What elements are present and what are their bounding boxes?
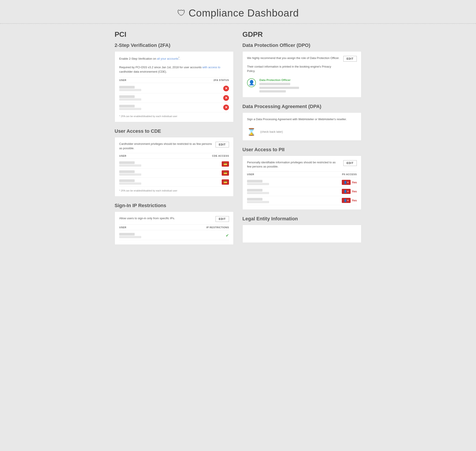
user-sub-blur (247, 192, 269, 194)
dpo-card-top: We highly recommend that you assign the … (247, 56, 357, 73)
pii-access-icon: 👤≡ (342, 198, 351, 203)
user-name-blur (119, 161, 135, 164)
pii-yes-label: Yes (352, 181, 357, 184)
twofa-status-x: ✕ (223, 105, 229, 110)
ip-section-heading: Sign-In IP Restrictions (115, 203, 234, 208)
cde-table-header: USER CDE ACCESS (119, 153, 229, 159)
pii-card-top: Personally identifiable information priv… (247, 160, 357, 169)
cde-edit-button[interactable]: EDIT (216, 142, 229, 147)
pci-column-title: PCI (115, 30, 234, 38)
twofa-section-heading: 2-Step Verification (2FA) (115, 43, 234, 48)
twofa-footnote: * 2FA can be enabled/disabled by each in… (119, 115, 229, 118)
dpo-desc: We highly recommend that you assign the … (247, 56, 340, 73)
page-title: Compliance Dashboard (189, 7, 299, 19)
dpa-section-heading: Data Processing Agreement (DPA) (242, 104, 361, 109)
pci-column: PCI 2-Step Verification (2FA) Enable 2-S… (115, 30, 238, 246)
user-name-blur (119, 233, 135, 236)
twofa-status-x: ✕ (223, 86, 229, 91)
dpo-loc-blur (259, 90, 286, 93)
pii-access-icon: 👤≡ (342, 180, 351, 185)
ip-desc: Allow users to sign-in only from specifi… (119, 216, 212, 220)
user-cell (119, 95, 141, 100)
cde-section-heading: User Access to CDE (115, 128, 234, 134)
dpa-waiting-row: ⌛ (check back later) (247, 125, 357, 136)
dpo-name-blur (259, 83, 290, 85)
table-row: 👤≡ Yes (247, 196, 357, 205)
table-row: 👤≡ Yes (247, 178, 357, 187)
pii-access-icon: 👤≡ (342, 189, 351, 194)
dpa-card: Sign a Data Processing Agreement with We… (242, 113, 361, 141)
user-name-blur (119, 86, 135, 88)
cde-col-user: USER (119, 155, 127, 157)
pii-col-access: PII ACCESS (342, 173, 357, 176)
pii-card: Personally identifiable information priv… (242, 156, 361, 210)
twofa-table-header: USER 2FA STATUS (119, 77, 229, 83)
user-name-blur (247, 180, 263, 182)
cde-col-access: CDE ACCESS (212, 155, 229, 157)
user-sub-blur (119, 164, 141, 167)
dpo-section-heading: Data Protection Officer (DPO) (242, 43, 361, 48)
twofa-desc: Enable 2-Step Verification on all your a… (119, 56, 229, 74)
twofa-col-user: USER (119, 79, 127, 81)
user-name-blur (247, 189, 263, 192)
user-cell (247, 189, 269, 194)
user-sub-blur (247, 201, 269, 203)
dpo-email-blur (259, 87, 299, 89)
pii-table-header: USER PII ACCESS (247, 171, 357, 177)
table-row: ✕ (119, 93, 229, 103)
cde-footnote: * 2FA can be enabled/disabled by each in… (119, 189, 229, 192)
pii-desc: Personally identifiable information priv… (247, 160, 340, 169)
dpo-desc-p2: Their contact information is printed in … (247, 64, 340, 73)
pii-yes-indicator: 👤≡ Yes (342, 189, 357, 194)
pii-edit-button[interactable]: EDIT (343, 160, 357, 166)
table-row: 💳 (119, 169, 229, 178)
pii-yes-indicator: 👤≡ Yes (342, 180, 357, 185)
dpo-info: Data Protection Officer (259, 78, 299, 93)
table-row: 👤≡ Yes (247, 187, 357, 196)
user-cell (247, 198, 269, 203)
pii-section-heading: User Access to PII (242, 147, 361, 152)
cde-access-icon: 💳 (222, 179, 229, 185)
twofa-highlight1: all your accounts (157, 57, 179, 60)
user-sub-blur (119, 182, 141, 185)
dpo-desc-p1: We highly recommend that you assign the … (247, 56, 340, 60)
legal-card (242, 225, 361, 243)
user-cell (119, 105, 141, 110)
user-name-blur (247, 198, 263, 200)
user-name-blur (119, 95, 135, 98)
gdpr-column: GDPR Data Protection Officer (DPO) We hi… (238, 30, 361, 246)
user-name-blur (119, 105, 135, 107)
user-sub-blur (119, 108, 141, 110)
user-sub-blur (119, 98, 141, 100)
legal-section-heading: Legal Entity Information (242, 216, 361, 222)
ip-edit-button[interactable]: EDIT (216, 216, 229, 222)
user-cell (119, 179, 141, 185)
dpo-edit-button[interactable]: EDIT (343, 56, 357, 62)
twofa-highlight2: with access to (202, 66, 220, 69)
dpa-check-back: (check back later) (260, 130, 283, 133)
pii-yes-label: Yes (352, 199, 357, 202)
user-cell (119, 233, 141, 238)
ip-col-restrictions: IP RESTRICTIONS (206, 226, 229, 229)
ip-table-header: USER IP RESTRICTIONS (119, 225, 229, 230)
dpo-card: We highly recommend that you assign the … (242, 51, 361, 98)
user-sub-blur (119, 173, 141, 176)
user-name-blur (119, 170, 135, 173)
user-cell (119, 161, 141, 167)
twofa-status-x: ✕ (223, 95, 229, 101)
dpo-avatar: 👤 (247, 78, 256, 87)
table-row: ✕ (119, 84, 229, 93)
table-row: ✔ (119, 231, 229, 240)
cde-access-icon: 💳 (222, 170, 229, 176)
cde-desc: Cardholder environment privileges should… (119, 142, 212, 150)
user-cell (119, 170, 141, 176)
table-row: 💳 (119, 178, 229, 187)
user-sub-blur (119, 236, 141, 238)
ip-status-icon: ✔ (226, 233, 229, 238)
pii-yes-indicator: 👤≡ Yes (342, 198, 357, 203)
cde-card: Cardholder environment privileges should… (115, 137, 234, 197)
ip-card: Allow users to sign-in only from specifi… (115, 212, 234, 245)
pii-col-user: USER (247, 173, 254, 176)
twofa-card: Enable 2-Step Verification on all your a… (115, 51, 234, 122)
twofa-col-status: 2FA STATUS (213, 79, 229, 81)
